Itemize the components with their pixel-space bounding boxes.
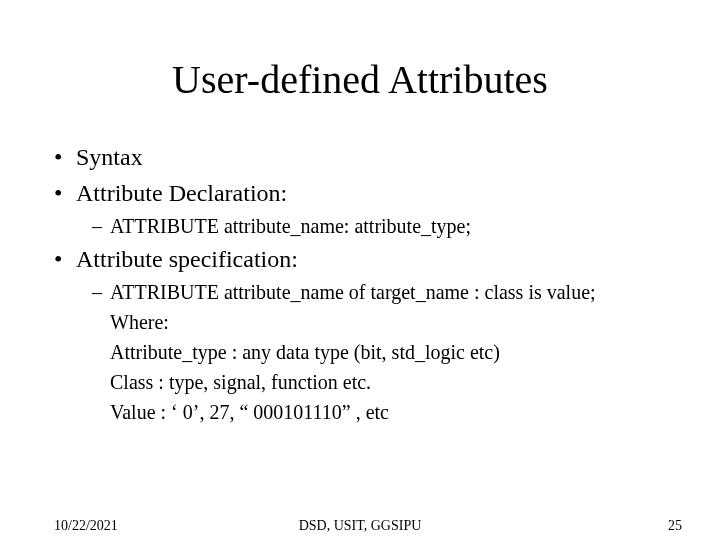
footer-source: DSD, USIT, GGSIPU xyxy=(0,518,720,534)
bullet-dot-icon: • xyxy=(54,139,76,175)
subbullet-attr-declaration-syntax: –ATTRIBUTE attribute_name: attribute_typ… xyxy=(92,211,666,241)
subbullet-where-value: Value : ‘ 0’, 27, “ 000101110” , etc xyxy=(110,397,666,427)
bullet-dash-icon: – xyxy=(92,211,110,241)
slide-title: User-defined Attributes xyxy=(54,56,666,103)
subbullet-where-type: Attribute_type : any data type (bit, std… xyxy=(110,337,666,367)
bullet-dot-icon: • xyxy=(54,241,76,277)
subbullet-text: ATTRIBUTE attribute_name: attribute_type… xyxy=(110,215,471,237)
slide: User-defined Attributes •Syntax •Attribu… xyxy=(0,0,720,540)
bullet-dot-icon: • xyxy=(54,175,76,211)
bullet-text: Syntax xyxy=(76,144,143,170)
subbullet-where-class: Class : type, signal, function etc. xyxy=(110,367,666,397)
bullet-attr-declaration: •Attribute Declaration: xyxy=(54,175,666,211)
bullet-attr-specification: •Attribute specification: xyxy=(54,241,666,277)
bullet-syntax: •Syntax xyxy=(54,139,666,175)
subbullet-where: Where: xyxy=(110,307,666,337)
footer-page-number: 25 xyxy=(668,518,682,534)
bullet-dash-icon: – xyxy=(92,277,110,307)
bullet-text: Attribute Declaration: xyxy=(76,180,287,206)
bullet-text: Attribute specification: xyxy=(76,246,298,272)
subbullet-text: ATTRIBUTE attribute_name of target_name … xyxy=(110,281,596,303)
subbullet-attr-specification-syntax: –ATTRIBUTE attribute_name of target_name… xyxy=(92,277,666,307)
